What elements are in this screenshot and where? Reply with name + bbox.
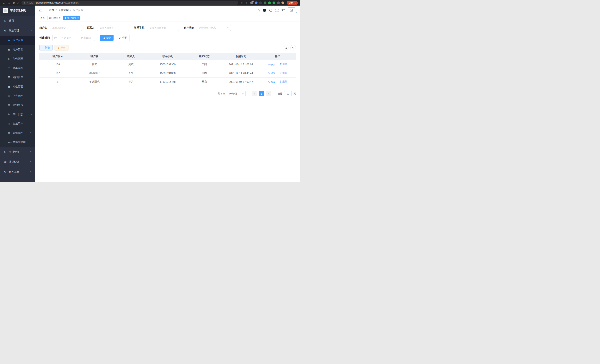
cell-tenant-name: 测试 [76, 63, 113, 66]
sidebar-item-label: 岗位管理 [13, 85, 23, 88]
search-icon[interactable] [258, 9, 260, 11]
search-button[interactable]: 搜索 [100, 35, 113, 41]
browser-back-icon[interactable]: ← [2, 1, 5, 4]
trash-icon [279, 80, 282, 83]
sidebar-item[interactable]: ❖ 租户管理 [0, 36, 35, 45]
sidebar-item[interactable]: ¥ 支付管理 [0, 147, 35, 157]
extension-badge: 10 [252, 0, 254, 2]
fullscreen-icon[interactable] [275, 9, 279, 12]
tab-label: 首页 [40, 16, 45, 19]
table-column-header: 联系人 [112, 55, 149, 58]
sidebar-item[interactable]: ✎ 审计日志 [0, 110, 35, 119]
date-range-picker[interactable]: 开始日期 - 结束日期 [52, 35, 95, 41]
phone-input[interactable] [147, 25, 179, 31]
github-icon[interactable] [263, 9, 266, 12]
sidebar-item[interactable]: </> 错误码管理 [0, 138, 35, 147]
address-bar[interactable]: ⚠ 不安全 dashboard.yudao.iocoder.cn/system/… [21, 1, 238, 5]
sidebar-item[interactable]: ▣ 岗位管理 [0, 82, 35, 91]
sidebar-item[interactable]: ☰ 菜单管理 [0, 64, 35, 73]
tenant-status-select[interactable]: 请选择租户状态 [197, 25, 231, 31]
refresh-icon[interactable]: ↻ [290, 45, 296, 50]
add-button[interactable]: + 新增 [39, 45, 53, 50]
logo[interactable]: 芋道管理系统 [0, 6, 35, 16]
sidebar-item[interactable]: ▥ 短信管理 [0, 128, 35, 138]
browser-home-icon[interactable]: ⌂ [18, 1, 19, 4]
edit-link[interactable]: ✎修改 [268, 72, 275, 75]
extension-icon[interactable] [277, 1, 280, 4]
tab-close-icon[interactable]: × [77, 17, 79, 19]
share-icon[interactable]: ↥ [241, 1, 243, 4]
help-icon[interactable]: ? [269, 9, 272, 12]
tab-close-icon[interactable]: × [59, 17, 60, 19]
browser-forward-icon[interactable]: → [7, 1, 10, 4]
goto-page-input[interactable] [284, 91, 292, 96]
tenant-name-input[interactable] [50, 25, 82, 31]
sidebar-item[interactable]: ✉ 通知公告 [0, 101, 35, 110]
breadcrumb: / 首页 / 系统管理 / 租户管理 [45, 9, 83, 12]
sidebar-item[interactable]: ⚒ 研发工具 [0, 167, 35, 177]
dept-icon: ☷ [8, 76, 13, 79]
edit-link[interactable]: ✎修改 [268, 80, 275, 84]
contact-input[interactable] [97, 25, 129, 31]
sidebar-item-label: 支付管理 [9, 150, 19, 154]
breadcrumb-separator-icon: / [47, 9, 47, 12]
collapse-sidebar-icon[interactable] [38, 9, 42, 12]
table-column-header: 租户编号 [39, 55, 76, 58]
sidebar-item[interactable]: ▤ 字典管理 [0, 91, 35, 101]
sidebar-item[interactable]: ☷ 部门管理 [0, 73, 35, 82]
sidebar-item[interactable]: ◈ 角色管理 [0, 54, 35, 64]
current-page-button[interactable]: 1 [259, 91, 264, 96]
breadcrumb-item[interactable]: / 系统管理 [54, 9, 69, 12]
font-size-icon[interactable]: TT [282, 9, 285, 12]
reset-button[interactable]: ↺ 重置 [116, 35, 130, 41]
breadcrumb-label: 系统管理 [58, 9, 69, 12]
page-size-select[interactable]: 10条/页 [227, 91, 246, 96]
cell-status: 关闭 [186, 71, 223, 75]
delete-link[interactable]: 删除 [279, 63, 287, 66]
extension-icon[interactable] [268, 1, 271, 4]
browser-menu-icon[interactable]: ⋮ [294, 1, 297, 4]
edit-link[interactable]: ✎修改 [268, 63, 275, 66]
extension-icon[interactable]: 10 [250, 1, 253, 4]
avatar[interactable] [288, 7, 295, 13]
breadcrumb-item[interactable]: / 首页 [45, 9, 54, 12]
next-page-button[interactable]: › [266, 91, 271, 96]
avatar-caret-icon[interactable]: ▾ [296, 11, 297, 13]
extension-icon[interactable] [281, 1, 284, 4]
sidebar-item-label: 在线用户 [13, 122, 23, 125]
errcode-icon: </> [8, 141, 13, 144]
delete-link[interactable]: 删除 [279, 80, 287, 83]
role-icon: ◈ [8, 57, 13, 60]
browser-update-button[interactable]: 更新 ⋮ [287, 1, 298, 5]
tab[interactable]: 租户管理 × [63, 16, 80, 20]
prev-page-button[interactable]: ‹ [252, 91, 257, 96]
tab[interactable]: 部门管理 × [47, 16, 62, 20]
edit-icon: ✎ [268, 63, 270, 66]
edit-icon: ✎ [268, 72, 270, 75]
extension-icon[interactable] [255, 1, 258, 4]
sidebar-item[interactable]: ⚙ 系统管理 [0, 26, 35, 36]
export-button[interactable]: ↧ 导出 [55, 45, 68, 50]
sidebar-item[interactable]: ⌂ 首页 [0, 16, 35, 26]
delete-link[interactable]: 删除 [279, 71, 287, 75]
extension-icon[interactable] [259, 1, 262, 4]
browser-reload-icon[interactable]: ↻ [13, 1, 15, 4]
menu-icon: ☰ [8, 67, 13, 70]
tab[interactable]: 首页 × [38, 16, 46, 20]
url-host: dashboard.yudao.iocoder.cn [36, 1, 64, 4]
toggle-search-icon[interactable] [283, 45, 289, 50]
sidebar-item[interactable]: ◉ 用户管理 [0, 45, 35, 54]
cell-operations: ✎修改 删除 [259, 80, 296, 84]
home-icon: ⌂ [4, 19, 9, 22]
security-warning-label: 不安全 [27, 1, 35, 4]
chevron-icon [30, 131, 32, 133]
sidebar-item[interactable]: ◎ 在线用户 [0, 119, 35, 128]
extension-icon[interactable] [264, 1, 266, 4]
dict-icon: ▤ [8, 94, 13, 97]
breadcrumb-item[interactable]: / 租户管理 [69, 9, 83, 12]
sidebar-item[interactable]: ▦ 基础设施 [0, 157, 35, 167]
cell-created: 2021-12-14 21:02:09 [223, 63, 259, 66]
cell-tenant-id: 1 [39, 80, 76, 83]
extension-icon[interactable] [272, 1, 275, 4]
bookmark-star-icon[interactable]: ☆ [245, 1, 248, 4]
